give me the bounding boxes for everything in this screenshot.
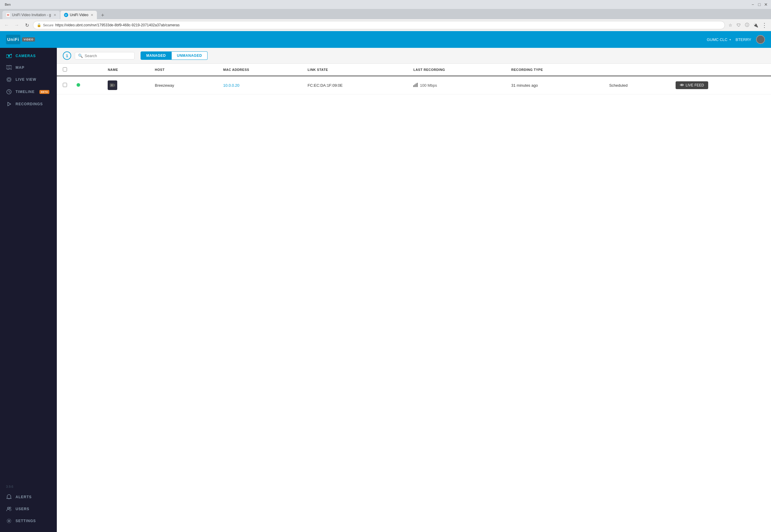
avatar-image — [756, 35, 765, 44]
map-label: MAP — [16, 65, 25, 70]
tab-gmail[interactable]: M UniFi Video Invitation - g ✕ — [2, 11, 60, 19]
th-lastrecording: LAST RECORDING — [409, 64, 506, 76]
table-header: NAME HOST MAC ADDRESS LINK STATE LAST RE… — [57, 64, 771, 76]
main-content: 1 🔍 MANAGED UNMANAGED N — [57, 48, 771, 532]
close-button[interactable]: ✕ — [763, 2, 769, 7]
sidebar-nav: CAMERAS MAP — [0, 48, 57, 482]
svg-point-14 — [8, 520, 10, 522]
row-checkbox[interactable] — [63, 83, 67, 87]
secure-label: Secure — [43, 23, 54, 27]
username-label[interactable]: BTERRY — [736, 37, 752, 42]
status-online-icon — [77, 83, 80, 87]
main-layout: CAMERAS MAP — [0, 48, 771, 532]
account-selector[interactable]: GUMC CLC ▾ — [707, 37, 731, 42]
account-name: GUMC CLC — [707, 37, 727, 42]
svg-marker-16 — [114, 84, 115, 87]
select-all-checkbox[interactable] — [63, 67, 67, 71]
recordings-label: RECORDINGS — [16, 102, 43, 106]
liveview-icon — [6, 77, 12, 82]
sidebar-item-recordings[interactable]: RECORDINGS — [0, 98, 57, 110]
th-recordingtype: RECORDING TYPE — [507, 64, 604, 76]
row-thumb-cell — [103, 76, 150, 94]
row-checkbox-cell — [57, 76, 72, 94]
secure-icon: 🔒 — [37, 23, 41, 27]
recordings-icon — [6, 102, 12, 106]
camera-count-badge: 1 — [63, 51, 71, 60]
url-text: https://video.ubnt.com/nvr/179533de-8bf9… — [55, 23, 721, 27]
new-tab-button[interactable]: + — [99, 11, 106, 19]
row-name-cell: Breezeway — [150, 76, 218, 94]
sidebar-item-alerts[interactable]: ALERTS — [0, 491, 57, 503]
row-status-cell — [72, 76, 103, 94]
th-status — [72, 64, 103, 76]
filter-tabs: MANAGED UNMANAGED — [141, 51, 208, 60]
avatar[interactable] — [756, 35, 765, 44]
table-row: Breezeway 10.0.0.20 FC:EC:DA:1F:09:0E — [57, 76, 771, 94]
settings-icon — [6, 518, 12, 524]
host-link[interactable]: 10.0.0.20 — [223, 83, 239, 88]
back-button[interactable]: ← — [2, 21, 11, 29]
th-host: HOST — [150, 64, 218, 76]
address-input[interactable]: 🔒 Secure https://video.ubnt.com/nvr/1795… — [33, 21, 725, 29]
svg-rect-20 — [416, 83, 417, 87]
camera-rows: Breezeway 10.0.0.20 FC:EC:DA:1F:09:0E — [57, 76, 771, 94]
forward-button[interactable]: → — [13, 21, 21, 29]
svg-marker-10 — [8, 102, 11, 106]
row-host-cell: 10.0.0.20 — [218, 76, 303, 94]
timeline-icon — [6, 89, 12, 94]
browser-menu-button[interactable]: ⋮ — [760, 21, 769, 29]
row-actions-cell: LIVE FEED — [671, 76, 771, 94]
bookmark-button[interactable]: ☆ — [727, 22, 734, 29]
logo: UniFi VIDEO — [6, 35, 35, 44]
search-box[interactable]: 🔍 — [75, 52, 135, 60]
unmanaged-tab[interactable]: UNMANAGED — [172, 51, 208, 60]
plugin-button[interactable]: 🔌 — [752, 22, 759, 29]
cameras-table: NAME HOST MAC ADDRESS LINK STATE LAST RE… — [57, 64, 771, 94]
ubnt-favicon-icon: U — [64, 13, 68, 17]
svg-point-12 — [7, 507, 9, 509]
info-button[interactable]: ⓘ — [743, 22, 751, 29]
refresh-button[interactable]: ↻ — [23, 21, 31, 29]
sidebar-item-cameras[interactable]: CAMERAS — [0, 50, 57, 62]
shield-button[interactable]: 🛡 — [735, 22, 742, 29]
alerts-label: ALERTS — [16, 495, 32, 499]
svg-line-9 — [9, 92, 10, 92]
th-actions — [604, 64, 671, 76]
gmail-favicon-icon: M — [6, 13, 10, 17]
managed-tab[interactable]: MANAGED — [141, 51, 172, 60]
svg-rect-19 — [415, 84, 415, 87]
link-speed: 100 Mbps — [420, 83, 437, 88]
sidebar-item-users[interactable]: USERS — [0, 503, 57, 515]
search-input[interactable] — [85, 54, 131, 58]
cameras-label: CAMERAS — [16, 54, 36, 58]
map-icon — [6, 65, 12, 70]
tab-gmail-label: UniFi Video Invitation - g — [12, 13, 51, 17]
content-header: 1 🔍 MANAGED UNMANAGED — [57, 48, 771, 64]
sidebar-item-settings[interactable]: SETTINGS — [0, 515, 57, 527]
sidebar: CAMERAS MAP — [0, 48, 57, 532]
browser-titlebar: Ben − □ ✕ — [0, 0, 771, 9]
svg-rect-18 — [413, 85, 414, 87]
top-nav: UniFi VIDEO GUMC CLC ▾ BTERRY — [0, 31, 771, 48]
row-linkstate-cell: 100 Mbps — [409, 76, 506, 94]
tab-unifivideo[interactable]: U UniFi Video ✕ — [60, 11, 97, 19]
minimize-button[interactable]: − — [750, 2, 755, 7]
tab-gmail-close-icon[interactable]: ✕ — [54, 13, 56, 17]
tab-unifivideo-close-icon[interactable]: ✕ — [91, 13, 93, 17]
users-label: USERS — [16, 507, 29, 511]
beta-badge: BETA — [39, 90, 49, 94]
th-name: NAME — [103, 64, 150, 76]
sidebar-item-liveview[interactable]: LIVE VIEW — [0, 74, 57, 86]
cameras-icon — [6, 54, 12, 58]
titlebar-text: Ben — [2, 3, 11, 6]
app-wrapper: UniFi VIDEO GUMC CLC ▾ BTERRY — [0, 31, 771, 532]
live-feed-button[interactable]: LIVE FEED — [676, 81, 708, 89]
sidebar-item-timeline[interactable]: TIMELINE BETA — [0, 86, 57, 98]
live-feed-label: LIVE FEED — [686, 83, 704, 87]
sidebar-item-map[interactable]: MAP — [0, 62, 57, 74]
camera-table: NAME HOST MAC ADDRESS LINK STATE LAST RE… — [57, 64, 771, 532]
address-actions: ☆ 🛡 ⓘ 🔌 ⋮ — [727, 21, 769, 29]
svg-point-6 — [8, 78, 10, 81]
maximize-button[interactable]: □ — [757, 2, 762, 7]
camera-thumbnail — [108, 80, 117, 90]
